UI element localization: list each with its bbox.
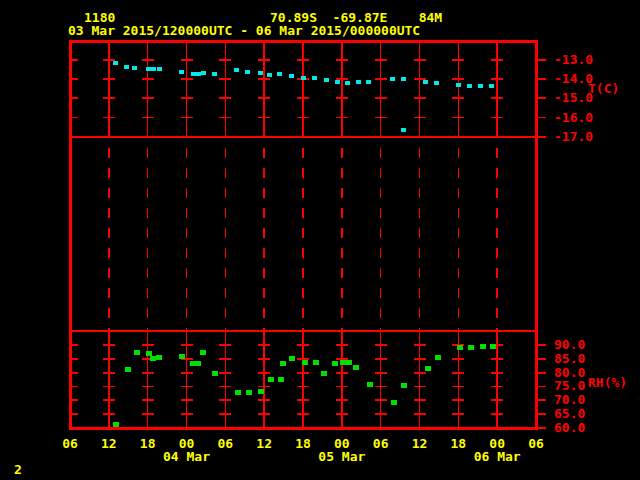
temp-point [345,81,350,85]
hour-tick-label: 18 [451,437,467,450]
temp-point [179,70,184,74]
rh-point [480,344,486,349]
rh-point [391,400,397,405]
date-label: 04 Mar [163,450,210,463]
hour-tick-label: 06 [62,437,78,450]
temp-ytick-label: -17.0 [554,130,593,143]
rh-ytick-label: 60.0 [554,421,585,434]
temp-point [335,80,340,84]
temp-point [245,70,250,74]
temp-point [356,80,361,84]
hour-tick-label: 06 [373,437,389,450]
rh-point [179,354,185,359]
temp-point [289,74,294,78]
rh-point [468,345,474,350]
temp-point [324,78,329,82]
hour-tick-label: 18 [140,437,156,450]
temp-point [390,77,395,81]
temp-point [423,80,428,84]
rh-point [401,383,407,388]
temp-point [456,83,461,87]
rh-point [235,390,241,395]
rh-point [200,350,206,355]
temp-point [401,77,406,81]
rh-point [313,360,319,365]
rh-point [156,355,162,360]
temp-point [234,68,239,72]
temp-point [434,81,439,85]
temp-point [146,67,151,71]
temp-point [201,71,206,75]
rh-point [367,382,373,387]
date-label: 05 Mar [318,450,365,463]
page-number: 2 [14,463,22,476]
rh-point [425,366,431,371]
hour-tick-label: 06 [218,437,234,450]
rh-point [278,377,284,382]
rh-point [457,345,463,350]
rh-point [332,361,338,366]
temp-point [277,72,282,76]
rh-point [150,356,156,361]
plot-area [0,0,640,480]
temp-ytick-label: -14.0 [554,72,593,85]
temp-point [191,72,196,76]
rh-point [321,371,327,376]
rh-point [435,355,441,360]
temp-point [467,84,472,88]
temp-point [113,61,118,65]
rh-point [113,422,119,427]
temp-point [196,72,201,76]
temp-ytick-label: -13.0 [554,53,593,66]
sounding-time-series-screen: 1180 70.89S -69.87E 84M 03 Mar 2015/1200… [0,0,640,480]
temp-point [151,67,156,71]
temp-point [366,80,371,84]
temp-point [124,65,129,69]
temp-point [212,72,217,76]
rh-ytick-label: 75.0 [554,379,585,392]
rh-point [195,361,201,366]
temp-point [258,71,263,75]
rh-point [268,377,274,382]
date-label: 06 Mar [474,450,521,463]
temp-point [312,76,317,80]
temp-point [401,128,406,132]
hour-tick-label: 12 [101,437,117,450]
rh-ytick-label: 70.0 [554,393,585,406]
rh-point [353,365,359,370]
temp-point [489,84,494,88]
rh-point [246,390,252,395]
temp-point [132,66,137,70]
rh-point [490,344,496,349]
rh-ytick-label: 85.0 [554,352,585,365]
hour-tick-label: 18 [295,437,311,450]
rh-point [146,351,152,356]
rh-point [346,360,352,365]
temp-ytick-label: -16.0 [554,111,593,124]
temp-point [267,73,272,77]
rh-point [340,360,346,365]
rh-point [289,356,295,361]
temp-ytick-label: -15.0 [554,91,593,104]
rh-point [125,367,131,372]
temp-point [478,84,483,88]
rh-point [212,371,218,376]
rh-point [280,361,286,366]
rh-ytick-label: 65.0 [554,407,585,420]
temp-point [301,76,306,80]
temp-point [157,67,162,71]
rh-ytick-label: 80.0 [554,366,585,379]
rh-ytick-label: 90.0 [554,338,585,351]
hour-tick-label: 06 [528,437,544,450]
hour-tick-label: 12 [412,437,428,450]
rh-axis-unit-label: RH(%) [588,376,627,389]
rh-point [258,389,264,394]
hour-tick-label: 12 [256,437,272,450]
rh-point [134,350,140,355]
rh-point [302,360,308,365]
